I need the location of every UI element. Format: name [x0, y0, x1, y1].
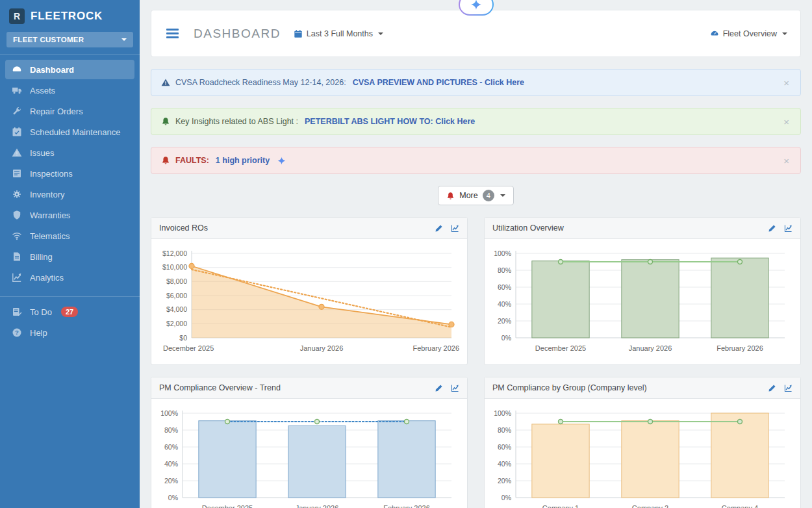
sidebar-item-label: Repair Orders [30, 107, 83, 116]
bell-icon [161, 117, 170, 126]
sparkle-icon[interactable] [277, 157, 286, 165]
close-icon[interactable]: × [782, 155, 791, 166]
ai-assistant-button[interactable] [459, 0, 494, 16]
sidebar-nav: DashboardAssetsRepair OrdersScheduled Ma… [0, 60, 140, 287]
gauge-icon [710, 29, 719, 38]
fleet-customer-dropdown[interactable]: FLEET CUSTOMER [6, 32, 133, 47]
svg-text:100%: 100% [494, 409, 511, 417]
sidebar-footer-nav: To Do27?Help [0, 302, 140, 342]
pencil-icon[interactable] [435, 384, 443, 392]
sidebar-item-label: Warranties [30, 210, 70, 220]
card-pm-trend: PM Compliance Overview - Trend0%20%40%60… [151, 377, 468, 508]
pencil-icon[interactable] [768, 224, 776, 233]
sidebar-item-to-do[interactable]: To Do27 [5, 302, 134, 322]
main-content: DASHBOARD Last 3 Full Months Fleet Overv… [140, 0, 812, 508]
fleetrock-logo-icon: R [9, 8, 25, 24]
date-range-dropdown[interactable]: Last 3 Full Months [294, 29, 383, 38]
alert-success: Key Insights related to ABS Light :PETER… [151, 108, 801, 135]
sidebar: R FLEETROCK FLEET CUSTOMER DashboardAsse… [0, 0, 140, 508]
alert-info: CVSA Roadcheck Readiness May 12-14, 2026… [151, 69, 801, 96]
close-icon[interactable]: × [782, 77, 791, 88]
svg-text:0%: 0% [168, 494, 178, 502]
alerts-region: CVSA Roadcheck Readiness May 12-14, 2026… [151, 69, 801, 174]
close-icon[interactable]: × [782, 116, 791, 127]
dashboard-cards: Invoiced ROs$0$2,000$4,000$6,000$8,000$1… [151, 217, 801, 508]
card-body: 0%20%40%60%80%100%December 2025January 2… [151, 399, 467, 508]
tasks-icon [12, 307, 22, 317]
fleet-overview-label: Fleet Overview [723, 29, 777, 38]
more-alerts-button[interactable]: More 4 [438, 186, 513, 205]
sidebar-item-warranties[interactable]: Warranties [5, 205, 134, 225]
svg-text:80%: 80% [498, 266, 511, 274]
bell-icon [446, 192, 455, 200]
calendar-icon [294, 29, 303, 38]
card-title: Invoiced ROs [159, 223, 208, 233]
sidebar-item-issues[interactable]: Issues [5, 143, 134, 162]
calendar-check-icon [12, 127, 22, 137]
chart-icon[interactable] [451, 224, 459, 233]
chart-icon[interactable] [784, 384, 793, 392]
card-body: 0%20%40%60%80%100%December 2025January 2… [485, 239, 800, 359]
svg-text:20%: 20% [498, 477, 511, 485]
warning-icon [161, 78, 170, 87]
svg-text:January 2026: January 2026 [300, 344, 344, 352]
sidebar-item-label: Issues [30, 148, 55, 158]
svg-text:100%: 100% [494, 249, 511, 257]
card-actions [435, 384, 459, 392]
gauge-icon [12, 64, 22, 75]
svg-text:$6,000: $6,000 [166, 292, 187, 299]
shield-icon [12, 210, 22, 220]
card-actions [768, 384, 793, 392]
sidebar-item-label: Dashboard [30, 65, 74, 75]
svg-text:20%: 20% [498, 317, 511, 325]
card-invoiced-ros: Invoiced ROs$0$2,000$4,000$6,000$8,000$1… [151, 217, 468, 365]
bell-icon [161, 156, 170, 165]
svg-text:60%: 60% [498, 443, 511, 451]
alert-link[interactable]: PETERBILT ABS LIGHT HOW TO: Click Here [305, 117, 475, 126]
alert-link[interactable]: 1 high priority [216, 156, 270, 165]
sidebar-item-inventory[interactable]: Inventory [5, 184, 134, 204]
card-pm-group: PM Compliance by Group (Company level)0%… [484, 377, 801, 508]
sidebar-item-help[interactable]: ?Help [5, 323, 134, 342]
sidebar-item-label: Scheduled Maintenance [30, 127, 121, 137]
card-header: PM Compliance Overview - Trend [151, 377, 467, 399]
card-utilization: Utilization Overview0%20%40%60%80%100%De… [484, 217, 801, 365]
svg-text:February 2026: February 2026 [412, 344, 459, 352]
sidebar-item-repair-orders[interactable]: Repair Orders [5, 101, 134, 121]
chevron-down-icon [782, 32, 787, 35]
svg-text:40%: 40% [498, 460, 511, 468]
pencil-icon[interactable] [768, 384, 776, 392]
more-row: More 4 [151, 186, 801, 205]
svg-text:December 2025: December 2025 [202, 504, 253, 508]
svg-text:$0: $0 [179, 334, 187, 342]
pencil-icon[interactable] [435, 224, 443, 233]
app-logo[interactable]: R FLEETROCK [0, 0, 140, 31]
page-header: DASHBOARD Last 3 Full Months Fleet Overv… [151, 10, 801, 57]
alert-danger: FAULTS:1 high priority× [151, 147, 801, 174]
sidebar-item-billing[interactable]: Billing [5, 247, 134, 266]
page-title: DASHBOARD [194, 27, 281, 41]
chart-invoiced-ros: $0$2,000$4,000$6,000$8,000$10,000$12,000… [157, 244, 462, 356]
svg-text:February 2026: February 2026 [717, 344, 763, 352]
svg-text:100%: 100% [160, 409, 178, 417]
card-actions [435, 224, 459, 233]
menu-toggle-icon[interactable] [164, 27, 181, 40]
svg-text:40%: 40% [164, 460, 178, 468]
sidebar-item-scheduled-maintenance[interactable]: Scheduled Maintenance [5, 122, 134, 142]
chart-icon[interactable] [784, 224, 793, 233]
chevron-down-icon [121, 38, 127, 41]
chart-icon[interactable] [451, 384, 459, 392]
alert-link[interactable]: CVSA PREVIEW AND PICTURES - Click Here [353, 78, 524, 87]
sidebar-item-telematics[interactable]: Telematics [5, 226, 134, 246]
sidebar-item-analytics[interactable]: Analytics [5, 268, 134, 287]
svg-text:December 2025: December 2025 [163, 344, 214, 352]
sidebar-item-assets[interactable]: Assets [5, 81, 134, 100]
chart-pm-group: 0%20%40%60%80%100%Company 1Company 2Comp… [490, 404, 795, 508]
alert-text: CVSA Roadcheck Readiness May 12-14, 2026… [175, 78, 346, 87]
sidebar-item-label: To Do [30, 307, 52, 317]
more-label: More [459, 191, 477, 200]
svg-text:60%: 60% [164, 443, 178, 451]
sidebar-item-dashboard[interactable]: Dashboard [5, 60, 134, 79]
sidebar-item-inspections[interactable]: Inspections [5, 164, 134, 183]
fleet-overview-dropdown[interactable]: Fleet Overview [710, 29, 787, 38]
